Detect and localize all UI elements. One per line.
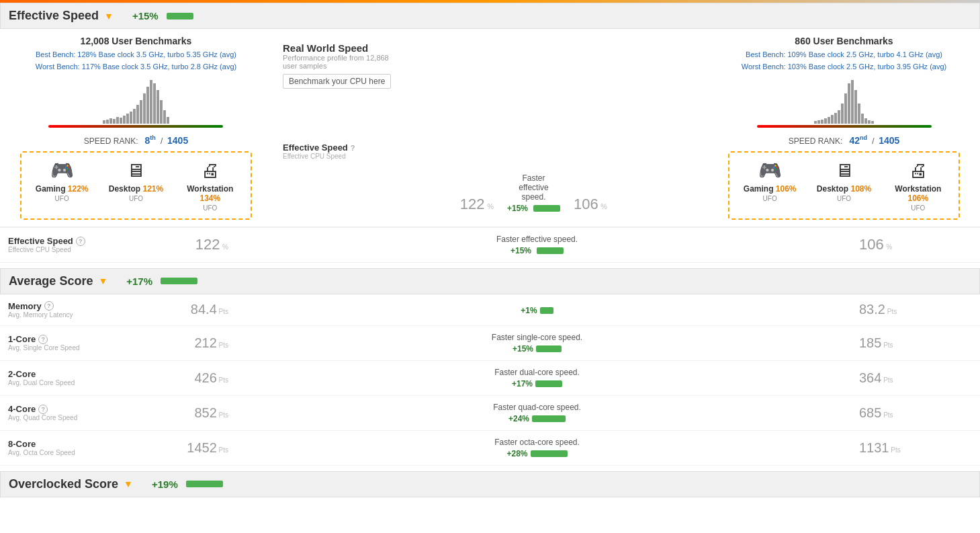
hist-bar bbox=[136, 105, 139, 124]
avg-help-icon-3: ? bbox=[38, 405, 48, 414]
avg-metric-name-0: Memory ? bbox=[8, 301, 134, 311]
left-speed-rank-label: SPEED RANK: bbox=[84, 136, 138, 146]
right-gaming-icon: 🎮 bbox=[737, 159, 803, 181]
avg-metric-sub-0: Avg. Memory Latency bbox=[8, 311, 134, 319]
average-score-arrow-icon[interactable]: ▼ bbox=[98, 276, 107, 286]
eff-speed-help: ? bbox=[351, 144, 355, 152]
avg-metric-name-2: 2-Core bbox=[8, 369, 134, 379]
avg-metric-row-1: 1-Core ? Avg. Single Core Speed 212 PtsF… bbox=[0, 326, 980, 361]
left-workstation-icon: 🖨 bbox=[177, 159, 243, 181]
right-bench-title: 860 User Benchmarks bbox=[715, 36, 973, 46]
right-benchmark-col: 860 User Benchmarks Best Bench: 109% Bas… bbox=[708, 36, 980, 220]
eff-speed-standalone-name-wrap: Effective Speed ? bbox=[8, 236, 134, 246]
hist-bar bbox=[858, 104, 860, 124]
eff-right-unit: % bbox=[886, 243, 892, 251]
avg-metric-left-3: 4-Core ? Avg. Quad Core Speed bbox=[0, 404, 134, 421]
eff-speed-standalone-left: Effective Speed ? Effective CPU Speed bbox=[0, 236, 134, 253]
hist-bar bbox=[163, 110, 166, 124]
hist-bar bbox=[116, 117, 119, 124]
effective-speed-bar bbox=[167, 13, 193, 19]
left-gaming-item: 🎮 Gaming 122% UFO bbox=[29, 159, 95, 212]
eff-speed-values: 122 % Faster effective speed. +15% 106 % bbox=[413, 36, 708, 220]
hist-bar bbox=[841, 104, 844, 124]
avg-metric-left-4: 8-Core Avg. Octa Core Speed bbox=[0, 439, 134, 456]
right-workstation-icon: 🖨 bbox=[885, 159, 951, 181]
effective-speed-percent: +15% bbox=[132, 10, 159, 22]
hist-bar bbox=[133, 109, 136, 124]
right-desktop-value: 108% bbox=[850, 184, 871, 194]
avg-val-left-4: 1452 Pts bbox=[134, 440, 242, 456]
avg-metric-sub-3: Avg. Quad Core Speed bbox=[8, 414, 134, 421]
right-histogram bbox=[757, 77, 932, 130]
left-hist-gradient bbox=[48, 125, 223, 128]
hist-bar bbox=[814, 121, 817, 124]
avg-center-1: Faster single-core speed. +15% bbox=[242, 333, 832, 354]
right-workstation-item: 🖨 Workstation 106% UFO bbox=[885, 159, 951, 212]
hist-bar bbox=[103, 120, 105, 124]
right-desktop-label: Desktop 108% bbox=[811, 184, 877, 194]
eff-speed-standalone-name: Effective Speed bbox=[8, 236, 73, 246]
benchmark-btn[interactable]: Benchmark your CPU here bbox=[283, 74, 391, 89]
right-usecase-box: 🎮 Gaming 106% UFO 🖥 Desktop 108% UFO 🖨 W… bbox=[728, 151, 960, 220]
effective-speed-arrow-icon[interactable]: ▼ bbox=[104, 11, 114, 22]
avg-center-3: Faster quad-core speed. +24% bbox=[242, 403, 832, 423]
right-speed-rank: SPEED RANK: 42nd / 1405 bbox=[715, 134, 973, 146]
left-rank-total: 1405 bbox=[167, 135, 188, 146]
eff-speed-standalone-center: Faster effective speed. +15% bbox=[242, 235, 832, 255]
left-workstation-sub: UFO bbox=[177, 204, 243, 212]
right-speed-rank-label: SPEED RANK: bbox=[789, 136, 843, 146]
right-workstation-label: Workstation 106% bbox=[885, 184, 951, 203]
hist-bar bbox=[848, 83, 850, 124]
avg-metrics-container: Memory ? Avg. Memory Latency 84.4 Pts +1… bbox=[0, 294, 980, 466]
right-workstation-sub: UFO bbox=[885, 204, 951, 212]
left-speed-rank: SPEED RANK: 8th / 1405 bbox=[7, 134, 265, 146]
hist-bar bbox=[868, 120, 871, 124]
hist-bar bbox=[130, 112, 132, 124]
hist-bar bbox=[109, 118, 112, 124]
average-score-percent: +17% bbox=[126, 276, 152, 287]
eff-speed-faster-text: Faster effective speed. bbox=[507, 173, 560, 202]
eff-speed-right-val: 106 bbox=[574, 196, 598, 212]
benchmarks-row: 12,008 User Benchmarks Best Bench: 128% … bbox=[0, 29, 980, 227]
eff-speed-right-val-wrap: 106 % bbox=[560, 196, 708, 213]
overclocked-score-arrow-icon[interactable]: ▼ bbox=[124, 479, 133, 489]
left-benchmark-col: 12,008 User Benchmarks Best Bench: 128% … bbox=[0, 36, 272, 220]
right-rank-total: 1405 bbox=[879, 135, 899, 146]
eff-speed-center: Faster effective speed. +15% bbox=[507, 173, 560, 213]
avg-center-0: +1% bbox=[242, 304, 832, 315]
average-score-header: Average Score ▼ +17% bbox=[0, 268, 980, 294]
eff-speed-standalone-sub: Effective CPU Speed bbox=[8, 246, 134, 253]
left-desktop-label: Desktop 121% bbox=[103, 184, 169, 194]
eff-diff-pct: +15% bbox=[510, 246, 531, 255]
right-rank-num: 42nd bbox=[849, 135, 869, 146]
right-desktop-icon: 🖥 bbox=[811, 159, 877, 181]
eff-speed-help-icon: ? bbox=[76, 237, 85, 246]
right-hist-bars bbox=[757, 77, 932, 124]
eff-right-num: 106 bbox=[859, 236, 884, 253]
hist-bar bbox=[120, 118, 122, 124]
left-bench-worst: Worst Bench: 117% Base clock 3.5 GHz, tu… bbox=[7, 61, 265, 73]
eff-speed-metric-block: Effective Speed ? Effective CPU Speed bbox=[283, 142, 402, 160]
left-hist-bars bbox=[48, 77, 223, 124]
right-rank-number: 42 bbox=[849, 135, 860, 146]
eff-speed-label: Effective Speed ? bbox=[283, 142, 402, 153]
eff-speed-name: Effective Speed bbox=[283, 142, 348, 153]
eff-diff-bar bbox=[537, 247, 564, 254]
right-bench-best: Best Bench: 109% Base clock 2.5 GHz, tur… bbox=[715, 49, 973, 61]
avg-metric-left-2: 2-Core Avg. Dual Core Speed bbox=[0, 369, 134, 386]
avg-metric-name-4: 8-Core bbox=[8, 439, 134, 449]
eff-speed-sub: Effective CPU Speed bbox=[283, 153, 402, 160]
right-gaming-item: 🎮 Gaming 106% UFO bbox=[737, 159, 803, 212]
hist-bar bbox=[824, 118, 827, 124]
average-score-title: Average Score bbox=[9, 274, 93, 288]
effective-speed-title: Effective Speed bbox=[9, 9, 99, 23]
eff-speed-left-val: 122 bbox=[460, 196, 485, 212]
eff-speed-diff-bar bbox=[533, 205, 560, 212]
average-score-bar bbox=[161, 278, 197, 284]
avg-metric-row-3: 4-Core ? Avg. Quad Core Speed 852 PtsFas… bbox=[0, 396, 980, 431]
eff-speed-standalone-val-left: 122 % bbox=[134, 236, 242, 253]
overclocked-score-title: Overclocked Score bbox=[9, 477, 118, 491]
avg-val-left-3: 852 Pts bbox=[134, 405, 242, 421]
left-desktop-value: 121% bbox=[142, 184, 163, 194]
left-desktop-icon: 🖥 bbox=[103, 159, 169, 181]
